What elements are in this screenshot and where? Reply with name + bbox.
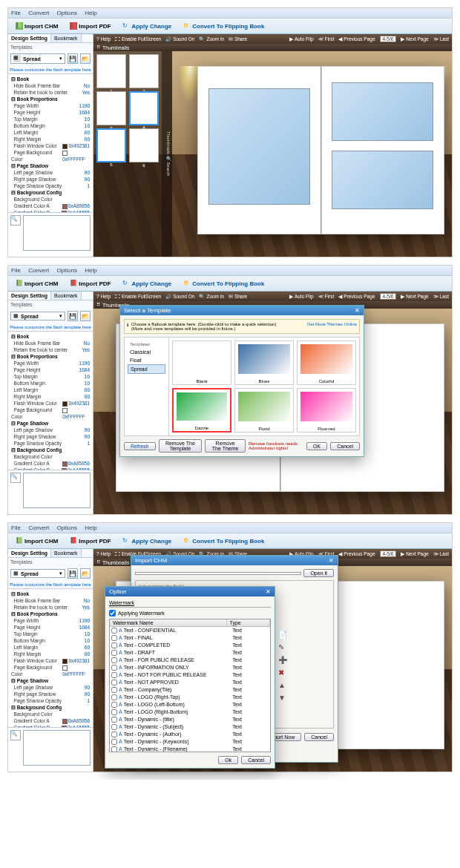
last-button[interactable]: ≫ Last bbox=[433, 36, 449, 42]
applying-watermark-checkbox[interactable]: Applying Watermark bbox=[109, 610, 271, 617]
thumbnail-3[interactable] bbox=[96, 91, 126, 125]
watermark-row[interactable]: AText - Company(Tile)Text bbox=[110, 686, 270, 694]
last-button[interactable]: ≫ Last bbox=[433, 551, 449, 557]
zoom-button[interactable]: 🔍 Zoom in bbox=[199, 294, 223, 300]
help-button[interactable]: ? Help bbox=[96, 36, 111, 42]
watermark-row[interactable]: AText - Dynamic - (Keywords)Text bbox=[110, 738, 270, 746]
next-button[interactable]: ▶ Next Page bbox=[401, 294, 428, 300]
autoflip-button[interactable]: ▶ Auto Flip bbox=[289, 36, 314, 42]
cancel-button[interactable]: Cancel bbox=[304, 733, 334, 741]
help-button[interactable]: ? Help bbox=[96, 294, 111, 299]
edit-watermark-icon[interactable]: ✎ bbox=[278, 643, 287, 651]
open-file-button[interactable]: Open it bbox=[303, 569, 334, 577]
watermark-row[interactable]: AText - Dynamic - (Author)Text bbox=[110, 731, 270, 738]
add-watermark-icon[interactable]: ➕ bbox=[278, 656, 287, 664]
open-template-button[interactable]: 📂 bbox=[80, 568, 91, 579]
close-icon[interactable]: ✕ bbox=[355, 307, 360, 314]
tab-design-setting[interactable]: Design Setting bbox=[8, 292, 51, 300]
import-pdf-button[interactable]: 📕Import PDF bbox=[66, 278, 114, 289]
rail-thumbnails[interactable]: Thumbnails bbox=[166, 131, 171, 154]
more-themes-link[interactable]: Get More Themes Online bbox=[307, 322, 357, 326]
move-down-icon[interactable]: ▼ bbox=[278, 694, 287, 702]
template-florid[interactable]: Florid bbox=[234, 388, 294, 433]
help-button[interactable]: ? Help bbox=[96, 551, 111, 556]
apply-change-button[interactable]: ↻Apply Change bbox=[119, 21, 175, 31]
import-pdf-button[interactable]: 📕Import PDF bbox=[66, 21, 114, 31]
import-chm-button[interactable]: 📗Import CHM bbox=[12, 536, 62, 546]
apply-change-button[interactable]: ↻Apply Change bbox=[119, 536, 175, 546]
remove-theme-button[interactable]: Remove The Theme bbox=[205, 439, 246, 453]
file-path-input[interactable] bbox=[135, 572, 301, 575]
move-up-icon[interactable]: ▲ bbox=[278, 681, 287, 689]
cat-spread[interactable]: Spread bbox=[128, 364, 165, 374]
save-template-button[interactable]: 💾 bbox=[68, 311, 78, 321]
thumbnail-1[interactable] bbox=[96, 54, 126, 88]
menu-convert[interactable]: Convert bbox=[28, 525, 49, 531]
sound-button[interactable]: 🔊 Sound On bbox=[165, 294, 194, 300]
page-indicator[interactable]: 4-5/6 bbox=[380, 293, 397, 300]
template-dazzle[interactable]: Dazzle bbox=[172, 388, 231, 433]
apply-change-button[interactable]: ↻Apply Change bbox=[119, 278, 175, 289]
open-template-button[interactable]: 📂 bbox=[80, 53, 91, 64]
watermark-tab[interactable]: Watermark bbox=[109, 600, 134, 605]
watermark-list[interactable]: Watermark Name Type AText - CONFIDENTIAL… bbox=[109, 619, 271, 752]
thumbnail-4[interactable] bbox=[129, 91, 159, 125]
prev-button[interactable]: ◀ Previous Page bbox=[338, 551, 375, 557]
page-indicator[interactable]: 4-5/6 bbox=[380, 550, 397, 557]
watermark-row[interactable]: AText - NOT APPROVEDText bbox=[110, 679, 270, 686]
watermark-row[interactable]: AText - COMPLETEDText bbox=[110, 642, 270, 649]
watermark-row[interactable]: AText - INFORMATION ONLYText bbox=[110, 664, 270, 671]
menu-options[interactable]: Options bbox=[56, 267, 77, 274]
fullscreen-button[interactable]: ⛶ Enable FullScreen bbox=[115, 294, 161, 299]
last-button[interactable]: ≫ Last bbox=[433, 294, 449, 300]
convert-button[interactable]: ⚙Convert To Flipping Book bbox=[180, 536, 268, 546]
refresh-button[interactable]: Refresh bbox=[124, 442, 156, 450]
menu-convert[interactable]: Convert bbox=[28, 10, 49, 16]
watermark-row[interactable]: AText - FOR PUBLIC RELEASEText bbox=[110, 657, 270, 664]
preview-button[interactable]: 🔍 bbox=[10, 473, 21, 483]
autoflip-button[interactable]: ▶ Auto Flip bbox=[289, 294, 314, 300]
cat-classical[interactable]: Classical bbox=[128, 348, 165, 356]
menu-help[interactable]: Help bbox=[85, 10, 96, 16]
ok-button[interactable]: Ok bbox=[218, 756, 238, 764]
tab-bookmark[interactable]: Bookmark bbox=[51, 292, 82, 300]
tab-design-setting[interactable]: Design Setting bbox=[8, 549, 51, 557]
preview-button[interactable]: 🔍 bbox=[10, 215, 21, 226]
tab-bookmark[interactable]: Bookmark bbox=[51, 549, 82, 557]
template-dropdown[interactable]: ▦Spread▾ bbox=[10, 569, 65, 578]
property-tree[interactable]: ⊟ Book Hide Book Frame BarNo Retain the … bbox=[8, 331, 93, 470]
close-icon[interactable]: ✕ bbox=[329, 557, 334, 564]
watermark-row[interactable]: AText - LOGO (Right-Top)Text bbox=[110, 694, 270, 701]
page-indicator[interactable]: 4-5/6 bbox=[380, 36, 397, 42]
thumbnail-2[interactable] bbox=[129, 54, 159, 88]
thumbnail-5[interactable] bbox=[96, 128, 126, 162]
menu-options[interactable]: Options bbox=[56, 525, 77, 531]
rail-search[interactable]: Search bbox=[166, 162, 171, 177]
watermark-row[interactable]: AText - LOGO (Right-Bottom)Text bbox=[110, 708, 270, 716]
template-blank[interactable]: Blank bbox=[172, 341, 231, 385]
watermark-row[interactable]: AText - Dynamic - (title)Text bbox=[110, 716, 270, 723]
zoom-button[interactable]: 🔍 Zoom in bbox=[199, 36, 223, 42]
watermark-row[interactable]: AText - DRAFTText bbox=[110, 649, 270, 657]
import-chm-button[interactable]: 📗Import CHM bbox=[12, 278, 62, 289]
watermark-row[interactable]: AText - CONFIDENTIALText bbox=[110, 627, 270, 634]
watermark-row[interactable]: AText - Dynamic - (Subject)Text bbox=[110, 723, 270, 731]
save-template-button[interactable]: 💾 bbox=[68, 568, 78, 579]
preview-button[interactable]: 🔍 bbox=[10, 730, 21, 740]
menu-options[interactable]: Options bbox=[56, 10, 77, 16]
menu-help[interactable]: Help bbox=[85, 267, 96, 274]
watermark-row[interactable]: AText - LOGO (Left-Bottom)Text bbox=[110, 701, 270, 708]
open-book[interactable] bbox=[197, 66, 444, 234]
tab-bookmark[interactable]: Bookmark bbox=[51, 34, 82, 42]
customize-link[interactable]: Please customize the flash template here bbox=[8, 323, 93, 331]
remove-template-button[interactable]: Remove The Template bbox=[159, 439, 203, 453]
ok-button[interactable]: OK bbox=[306, 442, 327, 450]
thumbnail-6[interactable] bbox=[129, 128, 159, 162]
import-chm-button[interactable]: 📗Import CHM bbox=[12, 21, 62, 31]
menu-file[interactable]: File bbox=[11, 267, 21, 274]
property-tree[interactable]: ⊟ Book Hide Book Frame BarNo Retain the … bbox=[8, 588, 93, 727]
prev-button[interactable]: ◀ Previous Page bbox=[338, 294, 375, 300]
watermark-row[interactable]: AText - FINALText bbox=[110, 634, 270, 642]
template-dropdown[interactable]: ▦ Spread ▾ bbox=[10, 53, 65, 64]
convert-button[interactable]: ⚙Convert To Flipping Book bbox=[180, 278, 268, 289]
